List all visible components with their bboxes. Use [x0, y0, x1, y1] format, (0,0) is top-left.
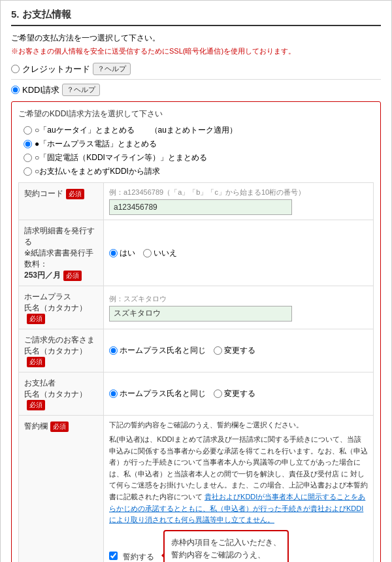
- agree-and-tooltip-container: 誓約する 赤枠内項目をご記入いただき、 誓約内容をご確認のうえ、 チェックしてく…: [109, 530, 368, 562]
- label-billing-name: ご請求先のお客さま氏名（カタカナ）必須: [19, 329, 104, 372]
- table-row-invoice: 請求明細書を発行する ※紙請求書書発行手数料： 253円／月必須 はい いいえ: [19, 220, 374, 286]
- kddi-option-2[interactable]: ○「固定電話（KDDIマイライン等）」とまとめる: [24, 152, 374, 163]
- agree-label[interactable]: 誓約する: [123, 552, 154, 562]
- required-badge-invoice: 必須: [63, 271, 82, 281]
- billing-same-label[interactable]: ホームプラス氏名と同じ: [109, 345, 206, 356]
- hint-contract-code: 例：a123456789（「a」「b」「c」から始まる10桁の番号）: [109, 188, 368, 197]
- value-billing-name: ホームプラス氏名と同じ 変更する: [104, 329, 374, 372]
- invoice-yes-radio[interactable]: [109, 249, 118, 257]
- table-row-contract-code: 契約コード必須 例：a123456789（「a」「b」「c」から始まる10桁の番…: [19, 183, 374, 220]
- kddi-label[interactable]: KDDI請求: [22, 84, 59, 96]
- instruction-text: ご希望の支払方法を一つ選択して下さい。: [11, 33, 381, 44]
- contract-link[interactable]: 貴社およびKDDIが当事者本人に開示することをあらかじめの承諾するとともに、私（…: [109, 493, 365, 523]
- credit-card-label[interactable]: クレジットカード: [22, 63, 90, 75]
- kddi-help-button[interactable]: ？ヘルプ: [62, 84, 100, 96]
- kddi-form-table: 契約コード必須 例：a123456789（「a」「b」「c」から始まる10桁の番…: [18, 182, 374, 562]
- ssl-note: ※お客さまの個人情報を安全に送受信するためにSSL(暗号化通信)を使用しておりま…: [11, 46, 381, 56]
- value-invoice: はい いいえ: [104, 220, 374, 286]
- contract-body-text: 私(申込者)は、KDDIまとめて請求及び一括請求に関する手続きについて、当該申込…: [109, 434, 368, 526]
- payer-same-radio[interactable]: [109, 389, 118, 398]
- hint-homeplus-name: 例：スズキタロウ: [109, 294, 368, 304]
- billing-same-radio[interactable]: [109, 346, 118, 355]
- section-title: 5. お支払情報: [11, 8, 381, 26]
- kddi-method-radio-0[interactable]: [24, 126, 32, 135]
- credit-card-option[interactable]: クレジットカード ？ヘルプ: [11, 63, 381, 75]
- input-contract-code[interactable]: [109, 199, 292, 215]
- table-row-payer-name: お支払者氏名（カタカナ）必須 ホームプラス氏名と同じ 変更する: [19, 372, 374, 416]
- required-badge-billing: 必須: [27, 357, 45, 367]
- invoice-yes-label[interactable]: はい: [109, 248, 135, 259]
- credit-card-radio[interactable]: [11, 65, 20, 73]
- kddi-method-radio-3[interactable]: [24, 167, 32, 176]
- label-homeplus-name: ホームプラス氏名（カタカナ）必須: [19, 286, 104, 329]
- payer-name-radio-group: ホームプラス氏名と同じ 変更する: [109, 388, 368, 399]
- label-invoice: 請求明細書を発行する ※紙請求書書発行手数料： 253円／月必須: [19, 220, 104, 286]
- required-badge-payer: 必須: [27, 400, 45, 410]
- value-contract: 下記の誓約内容をご確認のうえ、誓約欄をご選択ください。 私(申込者)は、KDDI…: [104, 416, 374, 563]
- kddi-radio[interactable]: [11, 86, 20, 94]
- kddi-option-1[interactable]: ●「ホームプラス電話」とまとめる: [24, 139, 374, 150]
- table-row-billing-name: ご請求先のお客さま氏名（カタカナ）必須 ホームプラス氏名と同じ 変更する: [19, 329, 374, 372]
- payer-change-label[interactable]: 変更する: [214, 388, 255, 399]
- section-name: お支払情報: [22, 8, 71, 20]
- table-row-homeplus-name: ホームプラス氏名（カタカナ）必須 例：スズキタロウ: [19, 286, 374, 329]
- kddi-method-radio-1[interactable]: [24, 140, 32, 148]
- label-payer-name: お支払者氏名（カタカナ）必須: [19, 372, 104, 416]
- billing-change-label[interactable]: 変更する: [214, 345, 255, 356]
- billing-change-radio[interactable]: [214, 346, 222, 355]
- required-badge: 必須: [66, 189, 84, 199]
- kddi-option-3[interactable]: ○お支払いをまとめずKDDIから請求: [24, 166, 374, 177]
- kddi-method-radio-2[interactable]: [24, 154, 32, 162]
- kddi-form-box: ご希望のKDDI請求方法を選択して下さい ○「auケータイ」とまとめる （auま…: [11, 101, 381, 562]
- label-contract: 誓約欄必須: [19, 416, 104, 563]
- input-homeplus-name[interactable]: [109, 306, 292, 322]
- value-payer-name: ホームプラス氏名と同じ 変更する: [104, 372, 374, 416]
- payer-change-radio[interactable]: [214, 389, 222, 398]
- value-contract-code: 例：a123456789（「a」「b」「c」から始まる10桁の番号）: [104, 183, 374, 220]
- required-badge-hpname: 必須: [27, 314, 45, 324]
- payer-same-label[interactable]: ホームプラス氏名と同じ: [109, 388, 206, 399]
- kddi-option-0[interactable]: ○「auケータイ」とまとめる （auまとめトーク適用）: [24, 125, 374, 136]
- agree-row: 誓約する: [109, 552, 154, 562]
- label-contract-code: 契約コード必須: [19, 183, 104, 220]
- kddi-sub-instruction: ご希望のKDDI請求方法を選択して下さい: [18, 108, 374, 120]
- section-number: 5.: [11, 8, 20, 20]
- invoice-no-radio[interactable]: [143, 249, 152, 257]
- billing-name-radio-group: ホームプラス氏名と同じ 変更する: [109, 345, 368, 356]
- invoice-no-label[interactable]: いいえ: [143, 248, 177, 259]
- value-homeplus-name: 例：スズキタロウ: [104, 286, 374, 329]
- invoice-radio-group: はい いいえ: [109, 248, 368, 259]
- tooltip-box: 赤枠内項目をご記入いただき、 誓約内容をご確認のうえ、 チェックしてください。: [163, 530, 289, 562]
- kddi-billing-options: ○「auケータイ」とまとめる （auまとめトーク適用） ●「ホームプラス電話」と…: [18, 125, 374, 177]
- required-badge-contract: 必須: [50, 422, 69, 432]
- table-row-contract: 誓約欄必須 下記の誓約内容をご確認のうえ、誓約欄をご選択ください。 私(申込者)…: [19, 416, 374, 563]
- credit-card-help-button[interactable]: ？ヘルプ: [93, 63, 131, 75]
- contract-header-instruction: 下記の誓約内容をご確認のうえ、誓約欄をご選択ください。: [109, 420, 368, 430]
- kddi-option[interactable]: KDDI請求 ？ヘルプ: [11, 84, 381, 96]
- agree-checkbox[interactable]: [109, 552, 118, 560]
